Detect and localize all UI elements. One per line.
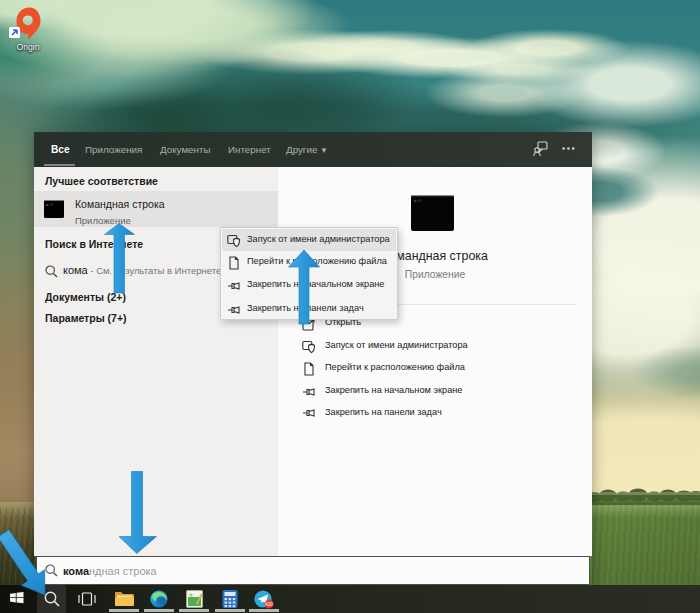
svg-text:C:\: C:\ [46, 203, 54, 207]
svg-text:420: 420 [265, 602, 273, 607]
svg-text:C:\: C:\ [414, 199, 422, 203]
